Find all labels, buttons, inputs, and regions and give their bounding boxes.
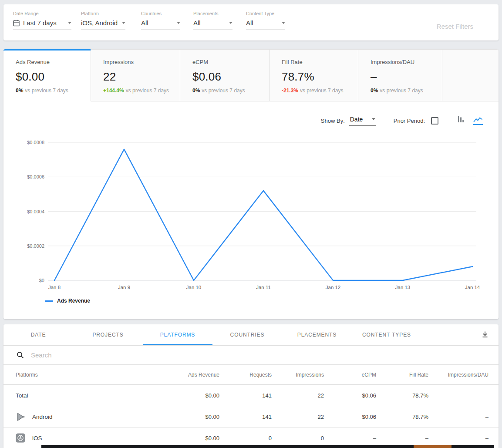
table-header-row: PlatformsAds RevenueRequestsImpressionse… [3,365,499,385]
filter-value: All [141,19,148,27]
row-value-cell: $0.00 [167,435,219,441]
filter-label: Platform [81,11,125,16]
metric-tabs-filler [442,49,499,101]
row-value-cell: 141 [219,414,272,420]
metric-tab-impressions[interactable]: Impressions22+144.4%vs previous 7 days [91,49,180,101]
filter-dropdown[interactable]: All [141,19,180,30]
row-name-cell: Android [16,412,167,421]
prior-period-label: Prior Period: [394,118,425,124]
metric-delta-value: 0% [371,88,378,94]
taskbar-sliver-accent [414,445,451,448]
x-axis-label: Jan 12 [326,285,341,290]
tab-countries[interactable]: COUNTRIES [212,324,282,345]
legend-line-swatch [45,300,53,302]
metric-delta: +144.4%vs previous 7 days [103,88,180,94]
tab-date[interactable]: DATE [3,324,73,345]
chevron-down-icon [177,22,180,24]
metric-value: 22 [103,70,180,84]
metric-value: $0.06 [192,70,269,84]
filter-countries: CountriesAll [141,11,180,30]
y-axis-label: $0.0008 [27,140,44,145]
x-axis-label: Jan 10 [186,285,202,290]
metric-value: $0.00 [16,70,91,84]
chart-legend: Ads Revenue [45,298,90,304]
x-axis-label: Jan 11 [256,285,271,290]
metric-tab-ecpm[interactable]: eCPM$0.060%vs previous 7 days [180,49,269,101]
table-row-total[interactable]: Total$0.0014122$0.0678.7%– [3,385,499,406]
tab-content-types[interactable]: CONTENT TYPES [352,324,421,345]
overview-chart-card: Ads Revenue$0.000%vs previous 7 daysImpr… [3,49,499,319]
metric-delta-suffix: vs previous 7 days [126,88,169,94]
metric-value: – [371,70,442,84]
show-by-value: Date [350,116,363,123]
metric-tab-ads-revenue[interactable]: Ads Revenue$0.000%vs previous 7 days [3,49,91,101]
filter-dropdown[interactable]: Last 7 days [13,19,71,30]
x-axis-label: Jan 9 [118,285,130,290]
filter-placements: PlacementsAll [193,11,232,30]
row-value-cell: – [428,414,489,420]
metric-delta-suffix: vs previous 7 days [300,88,343,94]
metric-delta-suffix: vs previous 7 days [202,88,245,94]
y-axis-label: $0.0004 [27,209,44,214]
filter-label: Date Range [13,11,71,16]
column-header-requests: Requests [219,372,272,378]
metric-delta-value: -21.3% [282,88,298,94]
metric-delta: 0%vs previous 7 days [371,88,442,94]
app-store-icon [16,433,25,443]
show-by-label: Show By: [321,118,345,124]
filter-dropdown[interactable]: All [246,19,285,30]
row-value-cell: 78.7% [376,414,428,420]
chevron-down-icon [282,22,285,24]
table-row-android[interactable]: Android$0.0014122$0.0678.7%– [3,406,499,428]
download-icon[interactable] [481,330,489,340]
metric-delta-suffix: vs previous 7 days [25,88,68,94]
table-tabs: DATEPROJECTSPLATFORMSCOUNTRIESPLACEMENTS… [3,324,499,345]
reset-filters-button[interactable]: Reset Filters [437,23,473,30]
filter-dropdown[interactable]: iOS, Android [81,19,125,30]
chevron-down-icon [372,118,375,120]
row-value-cell: 0 [272,435,324,441]
search-icon [17,351,24,359]
metric-tabs: Ads Revenue$0.000%vs previous 7 daysImpr… [3,49,499,101]
filter-content-type: Content TypeAll [246,11,285,30]
row-label: iOS [32,435,42,441]
metric-tab-impressions-dau[interactable]: Impressions/DAU–0%vs previous 7 days [358,49,442,101]
column-header-ads-revenue: Ads Revenue [167,372,219,378]
filter-value: All [246,19,253,27]
filter-value: iOS, Android [81,19,118,27]
metric-label: eCPM [192,59,269,65]
line-chart-toggle-icon[interactable] [473,117,483,125]
row-value-cell: $0.00 [167,392,219,399]
breakdown-table-card: DATEPROJECTSPLATFORMSCOUNTRIESPLACEMENTS… [3,324,499,448]
metric-label: Impressions [103,59,180,65]
x-axis-label: Jan 13 [395,285,411,290]
row-value-cell: $0.00 [167,414,219,420]
column-header-platforms: Platforms [16,372,167,378]
bar-chart-toggle-icon[interactable] [457,115,465,126]
metric-value: 78.7% [282,70,358,84]
metric-tab-fill-rate[interactable]: Fill Rate78.7%-21.3%vs previous 7 days [269,49,358,101]
tab-platforms[interactable]: PLATFORMS [143,324,212,345]
metric-delta-value: 0% [192,88,200,94]
prior-period-checkbox[interactable] [431,117,438,125]
x-axis-label: Jan 14 [465,285,480,290]
row-value-cell: – [376,435,428,441]
show-by-select[interactable]: Date [349,116,376,126]
y-axis-label: $0.0006 [27,174,44,179]
tab-projects[interactable]: PROJECTS [73,324,143,345]
metric-delta-suffix: vs previous 7 days [380,88,423,94]
ads-revenue-line [54,149,472,280]
column-header-impressions: Impressions [272,372,324,378]
row-label: Total [16,392,28,399]
tab-placements[interactable]: PLACEMENTS [282,324,352,345]
row-name-cell: Total [16,392,167,399]
table-search-row [3,345,499,365]
search-input[interactable] [31,351,249,359]
metric-label: Fill Rate [282,59,358,65]
calendar-icon [13,20,20,27]
column-header-impressions-dau: Impressions/DAU [428,372,489,378]
filter-dropdown[interactable]: All [193,19,232,30]
filter-date-range: Date RangeLast 7 days [13,11,71,30]
filter-bar: Date RangeLast 7 daysPlatformiOS, Androi… [3,4,499,40]
metric-delta-value: +144.4% [103,88,124,94]
